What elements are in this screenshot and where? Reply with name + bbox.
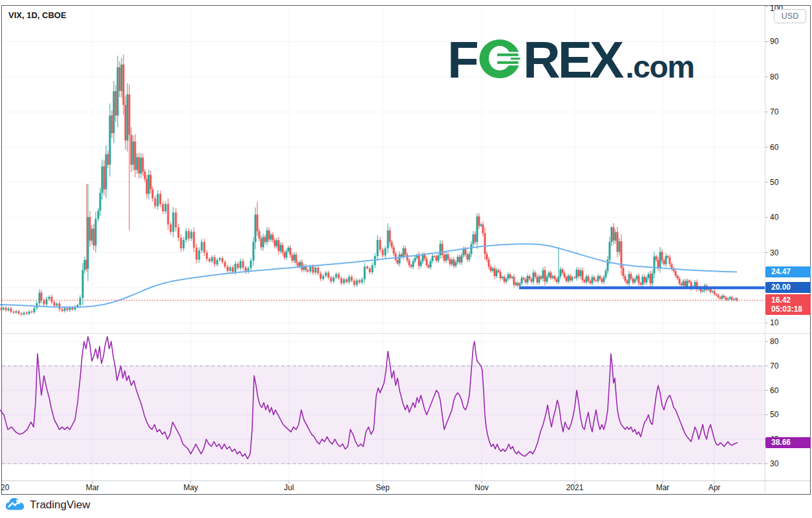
last-price-label: 16.42 05:03:18 bbox=[765, 294, 811, 315]
currency-badge: USD bbox=[774, 9, 806, 23]
price-tick-label: 70 bbox=[770, 107, 778, 116]
price-tick-label: 40 bbox=[770, 213, 778, 222]
time-tick-label: May bbox=[184, 483, 198, 492]
symbol-title: VIX, 1D, CBOE bbox=[8, 10, 67, 20]
bar-countdown: 05:03:18 bbox=[771, 305, 811, 314]
oscillator-tick-label: 60 bbox=[770, 386, 778, 395]
candle-body bbox=[0, 308, 1, 310]
price-tick-label: 10 bbox=[770, 318, 778, 327]
price-tick-label: 60 bbox=[770, 143, 778, 152]
time-tick-label: Nov bbox=[475, 483, 488, 492]
tradingview-logo-icon bbox=[5, 497, 25, 513]
trading-chart-screenshot: F REX .com VIX, 1D, CBOE USD 10090807060… bbox=[0, 0, 812, 518]
time-tick-label: Mar bbox=[656, 483, 670, 492]
time-tick-label: Sep bbox=[376, 483, 389, 492]
horizontal-line-price-label: 20.00 bbox=[765, 282, 811, 293]
price-tick-label: 50 bbox=[770, 178, 778, 187]
time-tick-label: Jul bbox=[284, 483, 294, 492]
oscillator-pane[interactable] bbox=[2, 334, 765, 480]
oscillator-tick-label: 30 bbox=[770, 459, 778, 468]
price-tick-label: 90 bbox=[770, 37, 778, 46]
time-tick-label: 2021 bbox=[566, 483, 584, 492]
price-tick-label: 80 bbox=[770, 72, 778, 81]
oscillator-tick-label: 70 bbox=[770, 362, 778, 371]
price-tick-label: 30 bbox=[770, 248, 778, 257]
oscillator-tick-label: 50 bbox=[770, 410, 778, 419]
oscillator-value-label: 38.66 bbox=[765, 437, 811, 448]
time-tick-label: Apr bbox=[709, 483, 721, 492]
tradingview-brand-text[interactable]: TradingView bbox=[30, 499, 91, 512]
last-price-value: 16.42 bbox=[771, 296, 811, 305]
time-tick-label: 20 bbox=[1, 483, 9, 492]
oscillator-tick-label: 80 bbox=[770, 337, 778, 346]
ma-price-label: 24.47 bbox=[765, 266, 811, 277]
time-tick-label: Mar bbox=[86, 483, 100, 492]
tradingview-attribution[interactable]: TradingView bbox=[5, 497, 91, 513]
price-pane[interactable] bbox=[2, 6, 765, 333]
